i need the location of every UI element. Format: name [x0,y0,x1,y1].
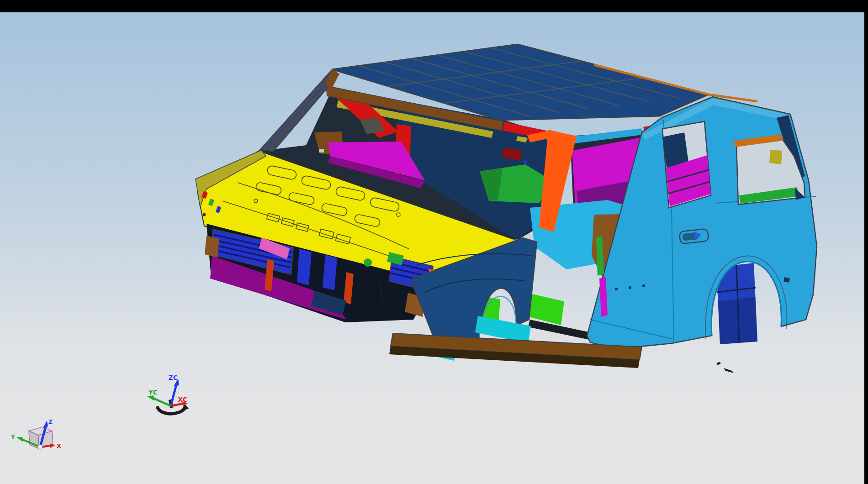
cad-application-window: ZC YC XC [0,0,868,484]
rear-door-window[interactable] [662,121,711,208]
x-axis-label: X [57,442,61,449]
zc-axis-label: ZC [169,374,178,381]
panel-hole [783,277,789,283]
dark-red-dot [203,213,206,216]
z-axis-label: Z [48,418,53,425]
window-right-bar [864,0,868,484]
origin-sphere[interactable] [38,445,42,449]
model-canvas[interactable]: ZC YC XC [0,12,864,484]
window-top-bar [0,0,868,12]
xc-axis-label: XC [178,396,188,403]
yc-axis-label: YC [148,389,158,396]
handle-latch [694,233,701,237]
blue-fastener [524,160,527,164]
bracket [205,236,219,258]
mint-clip [319,149,324,153]
quarter-window-bracket [769,150,782,164]
mount [364,258,372,267]
y-axis-label: Y [11,433,16,440]
3d-viewport[interactable]: ZC YC XC [0,12,864,484]
door-handle-pocket[interactable] [679,229,709,244]
